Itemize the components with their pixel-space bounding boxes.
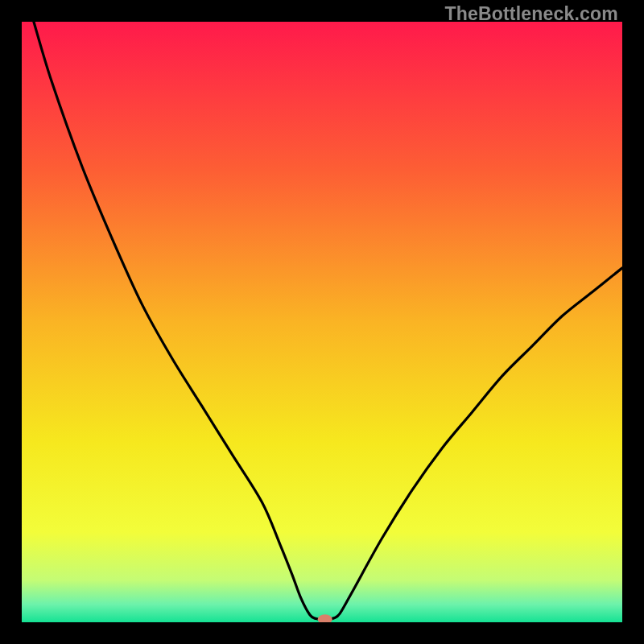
chart-plot bbox=[22, 22, 622, 622]
plot-background bbox=[22, 22, 622, 622]
watermark-text: TheBottleneck.com bbox=[444, 3, 618, 25]
chart-frame: TheBottleneck.com bbox=[0, 0, 644, 644]
